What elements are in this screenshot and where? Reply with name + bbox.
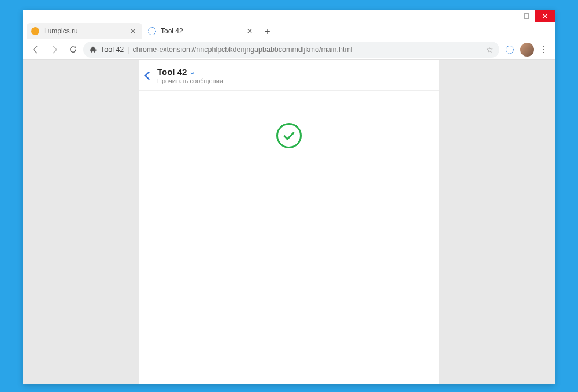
page-back-button[interactable]	[139, 70, 157, 81]
reload-button[interactable]	[65, 42, 81, 58]
success-area	[139, 91, 439, 148]
tab-title: Lumpics.ru	[44, 27, 78, 35]
svg-rect-1	[524, 14, 529, 18]
window-titlebar	[23, 10, 555, 22]
browser-menu-button[interactable]: ⋮	[536, 44, 550, 55]
browser-window: Lumpics.ru ✕ Tool 42 ✕ + Tool 42 | chrom…	[23, 10, 555, 384]
profile-avatar[interactable]	[520, 43, 534, 57]
svg-rect-0	[506, 16, 512, 16]
window-minimize-button[interactable]	[501, 10, 518, 22]
forward-button[interactable]	[46, 42, 62, 58]
tab-close-button[interactable]: ✕	[128, 27, 138, 36]
omnibox-url: chrome-extension://nncphlpcbkdenjngapbab…	[133, 46, 353, 54]
page-header-text: Tool 42 ⌄ Прочитать сообщения	[157, 67, 223, 84]
back-button[interactable]	[28, 42, 44, 58]
tab-favicon	[31, 27, 39, 35]
tab-close-button[interactable]: ✕	[245, 27, 254, 36]
page-title-dropdown[interactable]: Tool 42 ⌄	[157, 67, 223, 77]
page-title: Tool 42	[157, 67, 187, 77]
browser-toolbar: Tool 42 | chrome-extension://nncphlpcbkd…	[23, 39, 555, 60]
content-viewport: Tool 42 ⌄ Прочитать сообщения	[23, 60, 555, 384]
page-subtitle: Прочитать сообщения	[157, 77, 223, 84]
tab-tool42[interactable]: Tool 42 ✕	[143, 23, 259, 39]
window-close-button[interactable]	[535, 10, 555, 22]
chevron-down-icon: ⌄	[189, 68, 195, 76]
omnibox-title: Tool 42	[101, 46, 124, 54]
extension-page: Tool 42 ⌄ Прочитать сообщения	[139, 60, 439, 384]
tab-lumpics[interactable]: Lumpics.ru ✕	[27, 23, 142, 39]
window-maximize-button[interactable]	[518, 10, 535, 22]
address-bar[interactable]: Tool 42 | chrome-extension://nncphlpcbkd…	[83, 42, 499, 58]
page-header: Tool 42 ⌄ Прочитать сообщения	[139, 64, 439, 91]
tab-favicon	[148, 27, 156, 35]
omnibox-separator: |	[127, 46, 129, 54]
extension-icon	[89, 46, 97, 54]
tab-strip: Lumpics.ru ✕ Tool 42 ✕ +	[23, 22, 555, 39]
new-tab-button[interactable]: +	[260, 24, 275, 39]
success-checkmark-icon	[276, 123, 302, 148]
bookmark-star-icon[interactable]: ☆	[486, 45, 494, 54]
tab-title: Tool 42	[161, 27, 183, 35]
extension-button[interactable]	[502, 42, 518, 58]
